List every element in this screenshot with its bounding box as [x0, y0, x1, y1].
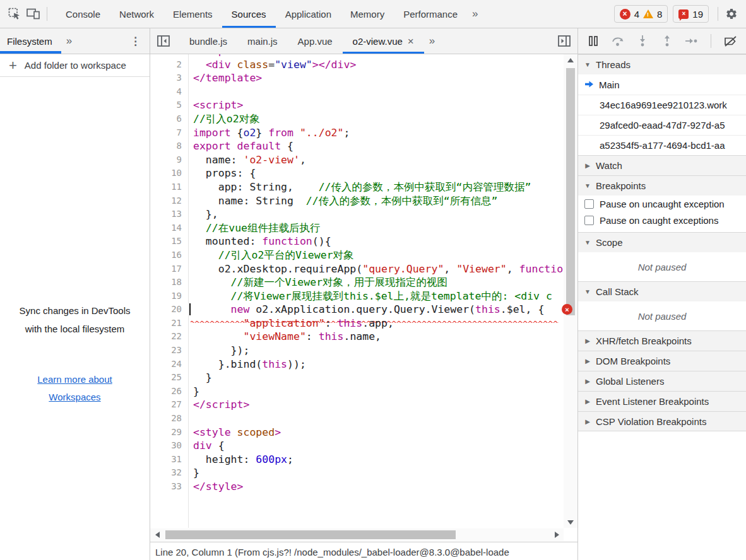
editor-tab-main-js[interactable]: main.js [237, 28, 288, 54]
scroll-right-icon[interactable] [551, 528, 562, 541]
code-line[interactable]: 5<script> [150, 98, 577, 112]
line-number[interactable]: 5 [150, 98, 188, 112]
panel-tab-performance[interactable]: Performance [394, 0, 467, 28]
section-header-csp-violation-breakpoints[interactable]: ▶CSP Violation Breakpoints [578, 411, 746, 431]
line-number[interactable]: 30 [150, 439, 188, 453]
line-number[interactable]: 2 [150, 58, 188, 72]
line-number[interactable]: 28 [150, 412, 188, 426]
code-editor[interactable]: 1<template>2 <div class="view"></div>3</… [150, 54, 577, 528]
line-number[interactable]: 26 [150, 385, 188, 399]
section-header-threads[interactable]: ▼Threads [578, 54, 746, 74]
line-number[interactable]: 4 [150, 85, 188, 99]
panel-tab-elements[interactable]: Elements [163, 0, 222, 28]
line-number[interactable]: 17 [150, 262, 188, 276]
code-line[interactable]: 22 "viewName": this.name, [150, 330, 577, 344]
scroll-left-icon[interactable] [151, 528, 163, 541]
code-line[interactable]: 28 [150, 412, 577, 426]
code-line[interactable]: 18 //新建一个Viewer对象，用于展现指定的视图 [150, 276, 577, 289]
code-line[interactable]: 12 name: String //传入的参数，本例中获取到“所有信息” [150, 194, 577, 208]
step-out-icon[interactable] [658, 32, 677, 50]
code-line[interactable]: 31 height: 600px; [150, 453, 577, 467]
line-number[interactable]: 15 [150, 235, 188, 248]
pause-script-icon[interactable] [584, 32, 603, 50]
code-line[interactable]: 11 app: String, //传入的参数，本例中获取到“内容管理数据” [150, 180, 577, 194]
code-line[interactable]: 27</script> [150, 398, 577, 412]
kebab-menu-icon[interactable]: ⋮ [130, 35, 141, 48]
line-number[interactable]: 27 [150, 398, 188, 412]
toggle-debugger-sidebar-icon[interactable] [555, 32, 574, 50]
section-header-global-listeners[interactable]: ▶Global Listeners [578, 371, 746, 391]
section-header-watch[interactable]: ▶Watch [578, 155, 746, 175]
line-number[interactable]: 13 [150, 207, 188, 221]
code-line[interactable]: 3</template> [150, 71, 577, 85]
line-number[interactable]: 16 [150, 248, 188, 262]
code-line[interactable]: 30div { [150, 439, 577, 453]
code-line[interactable]: 2 <div class="view"></div> [150, 58, 577, 72]
panel-tab-console[interactable]: Console [56, 0, 110, 28]
tab-filesystem[interactable]: Filesystem [0, 28, 61, 54]
editor-tab-bundle-js[interactable]: bundle.js [179, 28, 237, 54]
inspect-element-icon[interactable] [5, 4, 24, 23]
code-line[interactable]: 29<style scoped> [150, 426, 577, 440]
section-header-scope[interactable]: ▼Scope [578, 232, 746, 252]
section-header-call-stack[interactable]: ▼Call Stack [578, 281, 746, 301]
line-number[interactable]: 7 [150, 126, 188, 140]
code-line[interactable]: 23 }); [150, 344, 577, 358]
line-number[interactable]: 14 [150, 221, 188, 235]
more-navigator-tabs-icon[interactable]: » [61, 35, 76, 47]
checkbox[interactable] [584, 216, 594, 225]
section-header-xhr-fetch-breakpoints[interactable]: ▶XHR/fetch Breakpoints [578, 330, 746, 351]
line-number[interactable]: 8 [150, 139, 188, 153]
line-number[interactable]: 25 [150, 371, 188, 385]
section-header-dom-breakpoints[interactable]: ▶DOM Breakpoints [578, 351, 746, 371]
more-panels-icon[interactable]: » [467, 8, 482, 20]
code-line[interactable]: 26} [150, 385, 577, 399]
step-over-icon[interactable] [609, 32, 627, 50]
line-number[interactable]: 9 [150, 153, 188, 167]
device-toolbar-icon[interactable] [24, 4, 43, 23]
thread-item-worker[interactable]: 34ec16a9691ee9210123.work [578, 95, 746, 115]
line-number[interactable]: 19 [150, 289, 188, 303]
horizontal-scroll-thumb[interactable] [165, 530, 456, 539]
line-number[interactable]: 18 [150, 276, 188, 289]
editor-tab-o2-view-vue[interactable]: o2-view.vue× [343, 28, 424, 54]
editor-tab-app-vue[interactable]: App.vue [288, 28, 343, 54]
deactivate-breakpoints-icon[interactable] [721, 32, 740, 50]
code-line[interactable]: 14 //在vue组件挂载后执行 [150, 221, 577, 235]
code-line[interactable]: 4 [150, 85, 577, 99]
code-line[interactable]: 19 //将Viewer展现挂载到this.$el上,就是template中的:… [150, 289, 577, 303]
code-line[interactable]: 32} [150, 466, 577, 480]
line-number[interactable]: 12 [150, 194, 188, 208]
code-line[interactable]: 21 "application": this.app, [150, 317, 577, 330]
line-number[interactable]: 29 [150, 426, 188, 440]
code-line[interactable]: 6//引入o2对象 [150, 112, 577, 126]
section-header-breakpoints[interactable]: ▼Breakpoints [578, 175, 746, 195]
breakpoint-option-pause-on-caught-exceptions[interactable]: Pause on caught exceptions [578, 212, 746, 228]
learn-more-workspaces-link[interactable]: Learn more about Workspaces [13, 371, 137, 406]
thread-item-main[interactable]: Main [578, 74, 746, 95]
line-number[interactable]: 11 [150, 180, 188, 194]
code-line[interactable]: 25 } [150, 371, 577, 385]
section-header-event-listener-breakpoints[interactable]: ▶Event Listener Breakpoints [578, 391, 746, 411]
thread-item-worker[interactable]: a52354f5-a177-4694-bcd1-aa [578, 135, 746, 155]
checkbox[interactable] [584, 199, 594, 209]
line-number[interactable]: 33 [150, 480, 188, 494]
step-into-icon[interactable] [634, 32, 652, 50]
line-number[interactable]: 22 [150, 330, 188, 344]
code-line[interactable]: 33</style> [150, 480, 577, 494]
line-number[interactable]: 6 [150, 112, 188, 126]
editor-vertical-scrollbar[interactable] [564, 54, 577, 528]
console-status-badges[interactable]: × 4 ! 8 [614, 5, 668, 23]
line-number[interactable]: 20 [150, 303, 188, 317]
thread-item-worker[interactable]: 29afced0-eaad-47d7-927d-a5 [578, 115, 746, 135]
breakpoint-option-pause-on-uncaught-exception[interactable]: Pause on uncaught exception [578, 195, 746, 212]
code-line[interactable]: 24 }.bind(this)); [150, 358, 577, 371]
code-line[interactable]: 13 }, [150, 207, 577, 221]
code-line[interactable]: 17 o2.xDesktop.requireApp("query.Query",… [150, 262, 577, 276]
code-line[interactable]: 15 mounted: function(){ [150, 235, 577, 248]
add-folder-button[interactable]: + Add folder to workspace [0, 54, 150, 77]
line-number[interactable]: 31 [150, 453, 188, 467]
line-number[interactable]: 10 [150, 166, 188, 180]
toggle-navigator-icon[interactable] [154, 32, 173, 50]
editor-horizontal-scrollbar[interactable] [150, 528, 564, 541]
